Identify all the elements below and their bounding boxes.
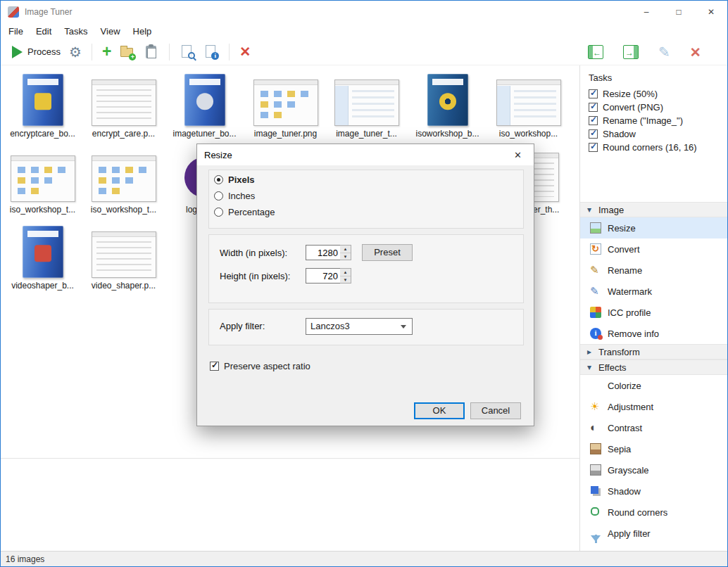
sidebar-item-round-corners[interactable]: Round corners [580, 502, 728, 523]
rename-icon: ✎ [590, 265, 601, 276]
thumbnail-image [83, 71, 164, 126]
toolbar-separator [229, 44, 230, 60]
thumbnail-image [83, 223, 164, 278]
preview-divider [1, 458, 579, 459]
preview-button[interactable] [175, 42, 199, 63]
export-tasks-button[interactable]: → [619, 42, 643, 62]
radio-percentage[interactable]: Percentage [214, 207, 275, 217]
menu-tasks[interactable]: Tasks [58, 25, 94, 38]
thumbnail-item[interactable]: video_shaper.p... [83, 223, 164, 291]
task-label: Resize (50%) [603, 89, 658, 99]
process-button[interactable]: Process [8, 43, 65, 61]
thumbnail-label: image_tuner.png [245, 129, 326, 139]
edit-task-button[interactable]: ✎ [654, 42, 674, 62]
thumbnail-label: imagetuner_bo... [164, 129, 245, 139]
dialog-close-button[interactable]: ✕ [502, 144, 534, 165]
thumbnail-item[interactable]: imagetuner_bo... [164, 71, 245, 139]
sidebar-item-remove-info[interactable]: i Remove info [580, 323, 728, 344]
thumbnail-item[interactable]: encrypt_care.p... [83, 71, 164, 139]
sidebar-item-label: ICC profile [608, 307, 651, 318]
sidebar-item-resize[interactable]: Resize [580, 217, 728, 238]
radio-selected-icon [214, 175, 223, 184]
sidebar-item-convert[interactable]: ↻ Convert [580, 238, 728, 260]
sidebar-item-contrast[interactable]: ◐ Contrast [580, 417, 728, 438]
remove-images-button[interactable]: ✕ [235, 42, 255, 61]
cancel-button[interactable]: Cancel [470, 402, 521, 419]
plus-icon: + [102, 44, 111, 60]
sidebar-item-label: Shadow [608, 486, 641, 497]
remove-x-icon: ✕ [239, 45, 251, 58]
thumbnail-item[interactable]: image_tuner_t... [326, 71, 407, 139]
radio-inches[interactable]: Inches [214, 191, 255, 201]
section-image[interactable]: ▾ Image [580, 202, 728, 217]
checkbox-label: Preserve aspect ratio [224, 361, 310, 371]
sidebar-item-label: Round corners [608, 507, 667, 518]
width-input[interactable] [306, 245, 341, 260]
menu-file[interactable]: File [2, 25, 30, 38]
sidebar-item-watermark[interactable]: ✎ Watermark [580, 281, 728, 302]
sidebar: Tasks Resize (50%) Convert (PNG) Rename … [579, 65, 728, 552]
menu-edit[interactable]: Edit [30, 25, 58, 38]
filter-funnel-icon [590, 528, 601, 539]
task-rename[interactable]: Rename ("Image_") [580, 114, 728, 127]
task-convert[interactable]: Convert (PNG) [580, 101, 728, 114]
thumbnail-item[interactable]: encryptcare_bo... [2, 71, 83, 139]
grayscale-icon [590, 464, 601, 476]
width-spinner[interactable]: ▲▼ [340, 245, 351, 260]
maximize-button[interactable]: □ [663, 1, 695, 23]
sidebar-item-icc-profile[interactable]: ICC profile [580, 302, 728, 323]
magnifier-page-icon [180, 44, 195, 60]
sidebar-item-sepia[interactable]: Sepia [580, 438, 728, 459]
task-resize[interactable]: Resize (50%) [580, 87, 728, 101]
sidebar-item-adjustment[interactable]: ☀ Adjustment [580, 396, 728, 417]
section-effects[interactable]: ▾ Effects [580, 359, 728, 375]
thumbnail-item[interactable]: image_tuner.png [245, 71, 326, 139]
spin-down-icon: ▼ [340, 276, 351, 284]
paste-button[interactable] [139, 42, 163, 63]
toolbar-separator [92, 44, 92, 60]
colorize-icon [590, 380, 601, 391]
thumbnail-item[interactable]: videoshaper_b... [2, 223, 83, 291]
sidebar-item-rename[interactable]: ✎ Rename [580, 260, 728, 281]
thumbnail-label: iso_workshop_t... [83, 205, 164, 215]
sidebar-item-colorize[interactable]: Colorize [580, 375, 728, 396]
radio-icon [214, 191, 223, 200]
height-input[interactable] [306, 268, 341, 284]
add-folder-button[interactable]: + [115, 42, 139, 63]
delete-task-button[interactable]: ✕ [686, 43, 705, 62]
close-button[interactable]: ✕ [695, 1, 727, 23]
radio-pixels[interactable]: Pixels [214, 174, 255, 185]
settings-button[interactable]: ⚙ [65, 42, 86, 62]
task-shadow[interactable]: Shadow [580, 127, 728, 141]
window-title: Image Tuner [25, 7, 72, 17]
menu-view[interactable]: View [94, 25, 127, 38]
ok-button[interactable]: OK [414, 402, 465, 419]
sidebar-item-label: Contrast [608, 423, 642, 433]
preserve-aspect-checkbox[interactable]: Preserve aspect ratio [210, 361, 310, 371]
thumbnail-item[interactable]: isoworkshop_b... [407, 71, 488, 139]
sidebar-item-label: Resize [608, 223, 636, 234]
thumbnail-item[interactable]: iso_workshop... [488, 71, 569, 139]
file-info-button[interactable]: i [199, 42, 223, 63]
import-tasks-button[interactable]: ← [584, 42, 608, 62]
task-round-corners[interactable]: Round corners (16, 16) [580, 141, 728, 154]
sidebar-item-shadow[interactable]: Shadow [580, 480, 728, 502]
thumbnail-item[interactable]: iso_workshop_t... [83, 147, 164, 215]
menu-help[interactable]: Help [127, 25, 158, 38]
preset-button[interactable]: Preset [362, 244, 413, 261]
checkbox-checked-icon [589, 89, 598, 98]
thumbnail-label: encryptcare_bo... [2, 129, 83, 139]
height-spinner[interactable]: ▲▼ [340, 268, 351, 284]
round-corners-icon [590, 507, 601, 518]
thumbnail-item[interactable]: iso_workshop_t... [2, 147, 83, 215]
delete-task-x-icon: ✕ [690, 46, 701, 59]
thumbnail-image [2, 71, 83, 126]
folder-add-icon: + [120, 44, 135, 60]
sidebar-item-grayscale[interactable]: Grayscale [580, 459, 728, 480]
add-images-button[interactable]: + [98, 41, 115, 63]
section-transform[interactable]: ▸ Transform [580, 344, 728, 359]
sidebar-item-apply-filter[interactable]: Apply filter [580, 523, 728, 544]
filter-dropdown[interactable]: Lanczos3 [306, 318, 413, 335]
minimize-button[interactable]: – [630, 1, 663, 23]
thumbnail-image [2, 147, 83, 202]
